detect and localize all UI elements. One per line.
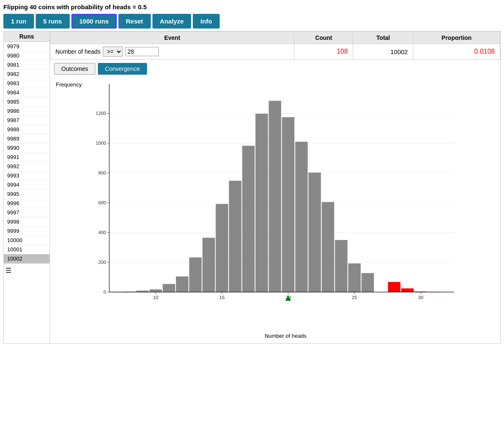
svg-rect-30 bbox=[229, 181, 242, 292]
svg-text:0: 0 bbox=[103, 289, 106, 295]
runs-list-item[interactable]: 9992 bbox=[4, 162, 50, 171]
col-header-event: Event bbox=[50, 32, 294, 44]
svg-rect-34 bbox=[282, 117, 294, 292]
runs-list-item[interactable]: 9995 bbox=[4, 190, 50, 199]
toolbar: 1 run 5 runs 1000 runs Reset Analyze Inf… bbox=[3, 14, 501, 29]
svg-rect-31 bbox=[242, 146, 255, 292]
svg-text:200: 200 bbox=[98, 260, 106, 265]
runs-list-item[interactable]: 9997 bbox=[4, 208, 50, 217]
btn-analyze[interactable]: Analyze bbox=[152, 14, 192, 29]
svg-rect-35 bbox=[295, 142, 308, 292]
svg-rect-33 bbox=[269, 101, 281, 292]
svg-rect-25 bbox=[163, 284, 175, 292]
runs-list-item[interactable]: 10000 bbox=[4, 236, 50, 245]
chart-container: 0200400600800100012001015202530 bbox=[75, 80, 496, 333]
runs-list-item[interactable]: 9981 bbox=[4, 60, 50, 70]
hamburger-icon[interactable]: ☰ bbox=[5, 267, 11, 274]
runs-list-footer: ☰ bbox=[4, 263, 50, 277]
col-header-proportion: Proportion bbox=[413, 32, 500, 44]
runs-list-item[interactable]: 9989 bbox=[4, 134, 50, 143]
svg-text:25: 25 bbox=[352, 295, 357, 300]
runs-list-item[interactable]: 9988 bbox=[4, 125, 50, 134]
runs-list-item[interactable]: 9985 bbox=[4, 97, 50, 107]
svg-rect-29 bbox=[216, 204, 228, 292]
btn-1run[interactable]: 1 run bbox=[3, 14, 34, 29]
app: Flipping 40 coins with probability of he… bbox=[3, 3, 501, 344]
runs-list-item[interactable]: 9982 bbox=[4, 70, 50, 79]
svg-rect-37 bbox=[322, 202, 334, 292]
count-cell: 108 bbox=[294, 44, 353, 60]
svg-text:1200: 1200 bbox=[96, 111, 106, 116]
svg-text:15: 15 bbox=[219, 295, 225, 300]
runs-list: Runs 99799980998199829983998499859986998… bbox=[3, 31, 50, 344]
svg-text:10: 10 bbox=[153, 295, 158, 300]
svg-rect-28 bbox=[202, 238, 215, 292]
total-cell: 10002 bbox=[353, 44, 413, 60]
runs-items: 9979998099819982998399849985998699879988… bbox=[4, 42, 50, 263]
svg-rect-38 bbox=[335, 240, 348, 292]
runs-list-header: Runs bbox=[4, 31, 50, 42]
btn-info[interactable]: Info bbox=[193, 14, 220, 29]
runs-list-item[interactable]: 9991 bbox=[4, 153, 50, 162]
right-panel: Event Count Total Proportion Number of h… bbox=[50, 31, 501, 344]
event-value-input[interactable] bbox=[125, 47, 159, 56]
svg-text:400: 400 bbox=[98, 230, 106, 235]
x-axis-label: Number of heads bbox=[75, 333, 496, 339]
runs-list-item[interactable]: 9994 bbox=[4, 180, 50, 190]
svg-rect-41 bbox=[388, 282, 401, 292]
runs-list-item[interactable]: 9984 bbox=[4, 88, 50, 97]
svg-text:1000: 1000 bbox=[96, 141, 106, 146]
main-layout: Runs 99799980998199829983998499859986998… bbox=[3, 31, 501, 344]
data-table: Event Count Total Proportion Number of h… bbox=[50, 31, 500, 60]
convergence-button[interactable]: Convergence bbox=[98, 63, 147, 75]
svg-rect-24 bbox=[150, 289, 162, 292]
outcomes-button[interactable]: Outcomes bbox=[54, 63, 95, 75]
btn-1000runs[interactable]: 1000 runs bbox=[71, 14, 117, 29]
operator-select[interactable]: < <= = >= > bbox=[103, 47, 123, 57]
btn-5runs[interactable]: 5 runs bbox=[36, 14, 70, 29]
svg-text:600: 600 bbox=[98, 200, 106, 205]
svg-rect-42 bbox=[401, 288, 414, 292]
runs-list-item[interactable]: 9990 bbox=[4, 143, 50, 153]
runs-list-item[interactable]: 9983 bbox=[4, 79, 50, 88]
svg-text:30: 30 bbox=[418, 295, 423, 300]
runs-list-item[interactable]: 9986 bbox=[4, 107, 50, 116]
svg-rect-39 bbox=[348, 263, 361, 292]
svg-rect-27 bbox=[189, 258, 202, 292]
chart-area: Frequency 020040060080010001200101520253… bbox=[50, 78, 500, 343]
runs-list-item[interactable]: 10001 bbox=[4, 245, 50, 254]
col-header-count: Count bbox=[294, 32, 353, 44]
runs-list-item[interactable]: 9987 bbox=[4, 116, 50, 125]
runs-list-item[interactable]: 9999 bbox=[4, 227, 50, 236]
runs-list-item[interactable]: 9993 bbox=[4, 171, 50, 180]
histogram-chart: 0200400600800100012001015202530 bbox=[75, 80, 474, 331]
runs-list-item[interactable]: 10002 bbox=[4, 254, 50, 263]
runs-list-item[interactable]: 9979 bbox=[4, 42, 50, 51]
event-cell: Number of heads < <= = >= > bbox=[50, 44, 294, 60]
proportion-cell: 0.0108 bbox=[413, 44, 500, 60]
view-buttons: Outcomes Convergence bbox=[50, 60, 500, 78]
page-title: Flipping 40 coins with probability of he… bbox=[3, 3, 501, 10]
event-label: Number of heads bbox=[55, 48, 100, 55]
runs-list-item[interactable]: 9998 bbox=[4, 217, 50, 227]
svg-rect-32 bbox=[255, 114, 268, 292]
col-header-total: Total bbox=[353, 32, 413, 44]
btn-reset[interactable]: Reset bbox=[118, 14, 151, 29]
runs-list-item[interactable]: 9996 bbox=[4, 199, 50, 208]
event-row: Number of heads < <= = >= > bbox=[55, 47, 289, 57]
runs-list-item[interactable]: 9980 bbox=[4, 51, 50, 60]
svg-rect-36 bbox=[308, 172, 321, 292]
svg-text:800: 800 bbox=[98, 170, 106, 175]
svg-rect-26 bbox=[176, 276, 189, 292]
svg-rect-40 bbox=[362, 273, 374, 292]
